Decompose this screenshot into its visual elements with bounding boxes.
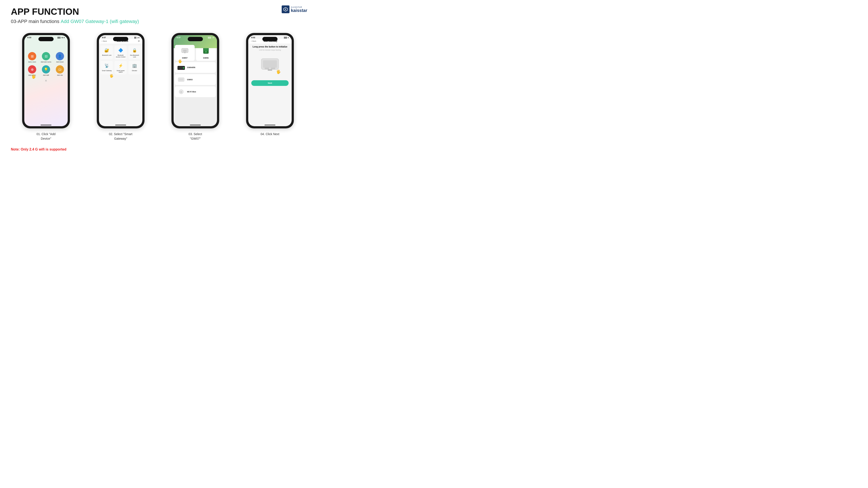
- hand-cursor-3: 🖐: [178, 59, 182, 63]
- smart-power-label: Smart power switch: [116, 70, 126, 73]
- logo: K KAISSTAR kaisstar: [282, 5, 307, 13]
- bluetooth-access-label: Bluetooth Access Control: [116, 55, 126, 58]
- note: Note: Only 2.4 G wifi is supported: [11, 148, 305, 152]
- device-elevator[interactable]: 🏢 Elevator: [128, 61, 141, 75]
- home-indicator-3: [190, 125, 201, 125]
- svg-rect-17: [263, 60, 277, 68]
- nav-icon-2[interactable]: ⟳: [138, 40, 140, 42]
- dynamic-island-4: [262, 37, 278, 41]
- phone-1-wrapper: 8:33 ▌▌▌ 4G ■ ⊞ Add a room ⊟: [11, 33, 81, 141]
- dynamic-island-2: [113, 37, 128, 41]
- phone-4-frame: 8:02 ▌▌▌ ■ < Back Add Gateway Long press…: [246, 33, 294, 128]
- phone-1-frame: 8:33 ▌▌▌ 4G ■ ⊞ Add a room ⊟: [22, 33, 70, 128]
- phone1-content: ⊞ Add a room ⊟ Add bulk rooms 👤 Add tena…: [24, 39, 68, 85]
- logo-icon: K: [282, 5, 289, 13]
- gateway-list: GW07 🖐: [174, 43, 217, 100]
- svg-text:⊙: ⊙: [180, 91, 182, 93]
- action-add-room[interactable]: ⊞ Add a room: [27, 52, 38, 63]
- phone-4-screen: 8:02 ▌▌▌ ■ < Back Add Gateway Long press…: [248, 35, 292, 126]
- svg-rect-18: [265, 68, 269, 69]
- add-role-label: Add role: [57, 74, 63, 76]
- caption-1: 01. Click "Add Device": [36, 132, 55, 141]
- phone-1-screen: 8:33 ▌▌▌ 4G ■ ⊞ Add a room ⊟: [24, 35, 68, 126]
- status-icons-4: ▌▌▌ ■: [284, 37, 289, 38]
- bluetooth-lock-icon: 🔐: [103, 47, 110, 54]
- action-add-bulk[interactable]: ⊟ Add bulk rooms: [40, 52, 52, 63]
- nav-back-4[interactable]: < Back: [251, 40, 256, 42]
- phone-2-wrapper: 9:57 ▌▌ ● ■ < Back Add device ⟳ 🔐 Blueto…: [86, 33, 156, 141]
- svg-rect-13: [179, 78, 183, 81]
- action-add-role[interactable]: 🗂 Add role: [54, 65, 65, 76]
- action-add-tenant[interactable]: 👤 Add tenant: [54, 52, 65, 63]
- subtitle-highlight: Add GW07 Gateway-1 (wifi gateway): [61, 19, 139, 24]
- svg-rect-4: [184, 52, 186, 53]
- home-indicator-1: [40, 125, 52, 125]
- gateway-image-area: 🖐: [257, 54, 283, 75]
- add-bulk-label: Add bulk rooms: [41, 61, 52, 63]
- next-button[interactable]: Next: [251, 80, 289, 86]
- home-indicator-4: [265, 125, 275, 125]
- add-device-icon: ⊕: [28, 65, 36, 73]
- action-add-staff[interactable]: 💡 Add staff: [40, 65, 52, 76]
- non-bluetooth-icon: 🔒: [131, 47, 138, 54]
- bluetooth-access-icon: 🔷: [117, 47, 124, 54]
- svg-point-8: [205, 51, 207, 53]
- action-grid: ⊞ Add a room ⊟ Add bulk rooms 👤 Add tena…: [27, 52, 65, 76]
- phone4-content: Long press the button to initialize Unti…: [248, 44, 292, 88]
- time-3: 6:37: [177, 36, 181, 39]
- gw-row-gw03[interactable]: GW03: [175, 74, 216, 85]
- logo-text: KAISSTAR kaisstar: [291, 6, 307, 12]
- non-bluetooth-label: Non-Bluetooth Lock: [129, 55, 140, 58]
- device-smart-power[interactable]: ⚡ Smart power switch: [115, 61, 127, 75]
- hand-cursor-4: 🖐: [276, 69, 281, 74]
- add-role-icon: 🗂: [56, 65, 64, 73]
- dynamic-island-1: [38, 37, 54, 41]
- instruction-sub: Until the indicator keeps flashing: [259, 49, 281, 51]
- phone-2-frame: 9:57 ▌▌ ● ■ < Back Add device ⟳ 🔐 Blueto…: [97, 33, 145, 128]
- add-bulk-icon: ⊟: [42, 52, 50, 60]
- phone-4-wrapper: 8:02 ▌▌▌ ■ < Back Add Gateway Long press…: [235, 33, 305, 136]
- phone-3-wrapper: 6:37 ▌▌▌ ● ■ < Back Add Gateway ⟳: [160, 33, 230, 141]
- device-bluetooth-access[interactable]: 🔷 Bluetooth Access Control: [115, 45, 127, 59]
- page-title: APP FUNCTION: [11, 6, 305, 17]
- smart-gateway-label: Smart Gateway: [102, 70, 112, 72]
- gw07-image: [181, 46, 189, 56]
- status-icons-3: ▌▌▌ ● ■: [208, 37, 214, 38]
- device-bluetooth-lock[interactable]: 🔐 Bluetooth Lock: [101, 45, 113, 59]
- status-icons-2: ▌▌ ● ■: [134, 37, 139, 38]
- nav-back-2[interactable]: < Back: [101, 40, 107, 42]
- gw0405-img: [177, 64, 185, 71]
- svg-rect-3: [183, 50, 187, 52]
- gw03-img: [177, 76, 185, 83]
- gw-row-gw0405[interactable]: GW04/05: [175, 62, 216, 73]
- svg-rect-20: [268, 69, 272, 71]
- caption-3: 03. Select "GW07": [189, 132, 202, 141]
- phone-3-screen: 6:37 ▌▌▌ ● ■ < Back Add Gateway ⟳: [174, 35, 217, 126]
- smart-power-icon: ⚡: [117, 62, 124, 69]
- add-staff-label: Add staff: [43, 74, 49, 76]
- device-grid: 🔐 Bluetooth Lock 🔷 Bluetooth Access Cont…: [99, 44, 142, 76]
- add-staff-icon: 💡: [42, 65, 50, 73]
- hand-cursor-1: 🖐: [31, 74, 36, 79]
- svg-point-11: [183, 67, 184, 69]
- instruction-title: Long press the button to initialize: [253, 45, 287, 48]
- action-add-device[interactable]: ⊕ Add device 🖐: [27, 65, 38, 76]
- dynamic-island-3: [188, 37, 203, 41]
- brand-name: kaisstar: [291, 8, 307, 12]
- gw03-name: GW03: [187, 78, 193, 81]
- page-subtitle: 03-APP main functions Add GW07 Gateway-1…: [11, 19, 305, 24]
- phone-3-frame: 6:37 ▌▌▌ ● ■ < Back Add Gateway ⟳: [172, 33, 219, 128]
- svg-rect-7: [204, 50, 208, 51]
- device-non-bluetooth[interactable]: 🔒 Non-Bluetooth Lock: [128, 45, 141, 59]
- time-4: 8:02: [251, 36, 255, 39]
- gw-card-gw07[interactable]: GW07 🖐: [175, 45, 195, 61]
- svg-text:K: K: [285, 8, 287, 11]
- wifibox-img: ⊙: [177, 88, 185, 95]
- status-icons-1: ▌▌▌ 4G ■: [58, 37, 65, 38]
- device-smart-gateway[interactable]: 📡 Smart Gateway 🖐: [101, 61, 113, 75]
- smart-gateway-icon: 📡: [103, 62, 110, 69]
- time-2: 9:57: [102, 36, 106, 39]
- add-tenant-label: Add tenant: [56, 61, 64, 63]
- close-btn-1[interactable]: ✕: [45, 79, 47, 83]
- gw-row-wifibox[interactable]: ⊙ Wi-Fi Box: [175, 86, 216, 97]
